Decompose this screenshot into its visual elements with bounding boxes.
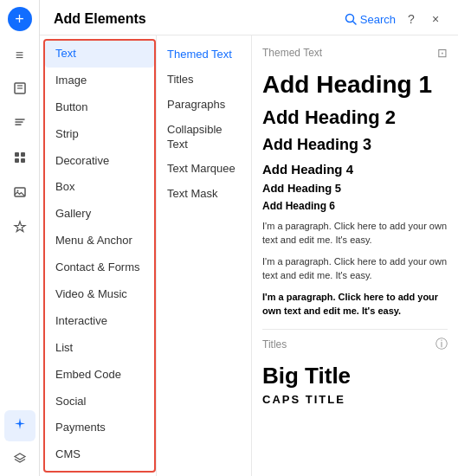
subcategory-paragraphs[interactable]: Paragraphs (157, 93, 251, 118)
header-actions: Search ? × (345, 10, 444, 28)
subcategory-titles[interactable]: Titles (157, 68, 251, 93)
pages-icon (13, 81, 27, 99)
help-icon: ? (408, 12, 415, 26)
search-label: Search (360, 13, 396, 26)
add-icon: + (15, 10, 24, 29)
heading-2-preview[interactable]: Add Heading 2 (262, 106, 448, 129)
subcategory-themed-text[interactable]: Themed Text (157, 42, 251, 68)
media-icon (13, 185, 27, 203)
category-gallery[interactable]: Gallery (45, 201, 154, 228)
titles-info-icon[interactable]: ⓘ (435, 337, 448, 352)
category-embed-code[interactable]: Embed Code (45, 362, 154, 389)
sidebar-apps-icon[interactable] (4, 144, 35, 175)
preview-expand-icon[interactable]: ⊡ (437, 46, 448, 60)
content-area: Text Image Button Strip Decorative Box G… (40, 35, 458, 476)
main-panel: Add Elements Search ? × Text Image Butto… (40, 0, 458, 476)
categories-column: Text Image Button Strip Decorative Box G… (43, 39, 156, 473)
blog-icon (13, 116, 27, 133)
sidebar-pages-icon[interactable] (4, 74, 35, 106)
heading-6-preview[interactable]: Add Heading 6 (262, 200, 448, 212)
search-icon (345, 13, 357, 25)
panel-header: Add Elements Search ? × (40, 0, 458, 35)
sidebar-media-icon[interactable] (4, 178, 35, 209)
help-button[interactable]: ? (403, 10, 420, 28)
apps-icon (13, 151, 27, 168)
preview-section-title-text: Themed Text (262, 47, 322, 59)
category-menu-anchor[interactable]: Menu & Anchor (45, 228, 154, 254)
heading-1-preview[interactable]: Add Heading 1 (262, 70, 448, 100)
search-button[interactable]: Search (345, 13, 396, 26)
sidebar-blog-icon[interactable] (4, 109, 35, 140)
svg-rect-3 (15, 152, 19, 157)
icon-sidebar: + ≡ (0, 0, 40, 476)
category-button[interactable]: Button (45, 94, 154, 121)
svg-rect-5 (15, 158, 19, 163)
svg-rect-6 (21, 158, 25, 163)
layers-icon (13, 452, 27, 469)
close-button[interactable]: × (427, 10, 444, 28)
panel-title: Add Elements (54, 11, 146, 27)
category-payments[interactable]: Payments (45, 415, 154, 441)
category-video-music[interactable]: Video & Music (45, 281, 154, 308)
caps-title-preview[interactable]: CAPS TITLE (262, 393, 448, 406)
heading-3-preview[interactable]: Add Heading 3 (262, 136, 448, 155)
menu-icon: ≡ (16, 48, 23, 63)
svg-rect-4 (21, 152, 25, 157)
titles-section-header: Titles ⓘ (262, 337, 448, 352)
heading-4-preview[interactable]: Add Heading 4 (262, 162, 448, 177)
subcategories-column: Themed Text Titles Paragraphs Collapsibl… (156, 35, 251, 476)
titles-section-label: Titles (262, 338, 287, 351)
category-box[interactable]: Box (45, 174, 154, 201)
paragraph-3-preview[interactable]: I'm a paragraph. Click here to add your … (262, 290, 448, 318)
subcategory-text-mask[interactable]: Text Mask (157, 182, 251, 207)
category-decorative[interactable]: Decorative (45, 148, 154, 175)
category-contact-forms[interactable]: Contact & Forms (45, 254, 154, 281)
paragraph-2-preview[interactable]: I'm a paragraph. Click here to add your … (262, 254, 448, 283)
category-image[interactable]: Image (45, 68, 154, 94)
preview-column: Themed Text ⊡ Add Heading 1 Add Heading … (251, 35, 458, 476)
sidebar-sparkle-icon[interactable] (4, 410, 35, 441)
preview-section-header: Themed Text ⊡ (262, 46, 448, 60)
titles-section: Titles ⓘ Big Title CAPS TITLE (262, 337, 448, 406)
close-icon: × (432, 12, 439, 26)
sparkle-icon (13, 417, 27, 434)
heading-5-preview[interactable]: Add Heading 5 (262, 182, 448, 195)
sidebar-wix-apps-icon[interactable] (4, 213, 35, 244)
category-cms[interactable]: CMS (45, 441, 154, 468)
paragraph-1-preview[interactable]: I'm a paragraph. Click here to add your … (262, 219, 448, 248)
section-divider (262, 329, 448, 330)
add-elements-button[interactable]: + (8, 7, 32, 31)
category-text[interactable]: Text (45, 41, 154, 68)
sidebar-menu-icon[interactable]: ≡ (4, 40, 35, 71)
svg-point-8 (16, 190, 18, 192)
category-interactive[interactable]: Interactive (45, 308, 154, 335)
sidebar-layers-icon[interactable] (4, 445, 35, 476)
big-title-preview[interactable]: Big Title (262, 363, 448, 389)
subcategory-text-marquee[interactable]: Text Marquee (157, 157, 251, 182)
category-strip[interactable]: Strip (45, 121, 154, 148)
category-social[interactable]: Social (45, 389, 154, 415)
category-blog[interactable]: Blog (45, 468, 154, 473)
wix-apps-icon (13, 220, 27, 237)
category-list[interactable]: List (45, 335, 154, 362)
subcategory-collapsible-text[interactable]: Collapsible Text (157, 118, 251, 158)
